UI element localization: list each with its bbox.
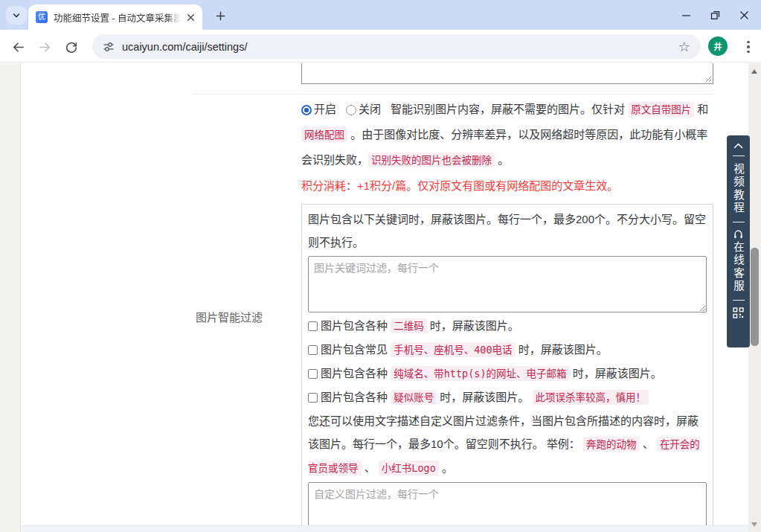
bookmark-star-icon[interactable]: ☆ [678,40,690,54]
checkbox-row-account[interactable]: 图片包含各种 疑似账号 时，屏蔽该图片。 此项误杀率较高，慎用！ [308,385,707,409]
custom-filter-note: 您还可以使用文字描述自定义图片过滤条件，当图片包含所描述的内容时，屏蔽该图片。每… [308,409,707,480]
highlight-web-images: 网络配图 [301,127,347,142]
back-to-top-chevron-up-icon[interactable] [733,143,743,149]
image-filter-settings: 开启关闭智能识别图片内容，屏蔽不需要的图片。仅针对 原文自带图片 和 网络配图 … [301,97,713,532]
resize-handle-icon[interactable] [699,305,706,312]
tab-search-button[interactable] [6,6,27,25]
smart-filter-intro: 开启关闭智能识别图片内容，屏蔽不需要的图片。仅针对 原文自带图片 和 网络配图 … [301,97,713,173]
checkbox-qrcode[interactable] [308,321,318,331]
headset-icon[interactable] [733,229,744,239]
row-label: 图片智能过滤 [196,309,263,324]
filter-options-box: 图片包含以下关键词时，屏蔽该图片。每行一个，最多200个。不分大小写。留空则不执… [301,204,713,532]
reload-icon [65,40,78,54]
site-favicon-icon: 优 [36,11,48,23]
scrollbar[interactable] [748,63,761,532]
resize-handle-icon[interactable] [705,76,712,83]
checkbox-url-email[interactable] [308,369,318,379]
previous-row-textarea[interactable] [301,63,713,84]
site-info-tune-icon[interactable] [103,41,115,53]
new-tab-button[interactable] [210,6,231,25]
page-content: 图片智能过滤 开启关闭智能识别图片内容，屏蔽不需要的图片。仅针对 原文自带图片 … [0,63,761,532]
radio-enable[interactable] [301,105,312,115]
online-service-button[interactable]: 在线客服 [731,241,746,293]
address-bar[interactable]: ucaiyun.com/caiji/settings/ ☆ [92,34,701,59]
keyword-filter-textarea[interactable] [308,256,707,313]
highlight-original-images: 原文自带图片 [628,102,694,117]
checkbox-phone[interactable] [308,345,318,355]
qrcode-icon[interactable] [733,307,744,318]
scroll-down-arrow-icon[interactable] [751,522,757,527]
checkbox-row-url-email[interactable]: 图片包含各种 纯域名、带http(s)的网址、电子邮箱 时，屏蔽该图片。 [308,362,707,385]
reload-button[interactable] [62,37,81,57]
checkbox-account[interactable] [308,393,318,403]
browser-tab[interactable]: 优 功能细节设置 - 自动文章采集器 [28,4,202,30]
video-tutorial-button[interactable]: 视频教程 [731,163,746,215]
tab-title: 功能细节设置 - 自动文章采集器 [54,10,181,25]
chevron-down-icon [11,10,22,21]
browser-toolbar: ucaiyun.com/caiji/settings/ ☆ 井 [0,30,761,63]
radio-disable[interactable] [346,105,356,115]
checkbox-row-qrcode[interactable]: 图片包含各种 二维码 时，屏蔽该图片。 [308,314,707,338]
checkbox-row-phone[interactable]: 图片包含常见 手机号、座机号、400电话 时，屏蔽该图片。 [308,338,707,362]
back-button[interactable] [8,37,28,57]
profile-avatar[interactable]: 井 [708,36,728,56]
scroll-up-arrow-icon[interactable] [751,69,757,74]
warn-high-false-positive: 此项误杀率较高，慎用！ [533,390,649,405]
back-arrow-icon [11,40,25,54]
panel-divider [733,300,745,301]
tab-close-icon[interactable] [185,12,196,23]
browser-menu-button[interactable] [741,37,756,57]
url-text[interactable]: ucaiyun.com/caiji/settings/ [122,41,678,53]
radio-enable-label[interactable]: 开启 [314,103,336,115]
restore-icon[interactable] [709,9,722,22]
page-left-margin [0,63,21,532]
browser-window: 优 功能细节设置 - 自动文章采集器 [0,0,761,532]
forward-button[interactable] [35,37,54,57]
tab-bar: 优 功能细节设置 - 自动文章采集器 [0,0,761,30]
panel-divider [733,222,745,222]
intro-text: 智能识别图片内容，屏蔽不需要的图片。仅针对 [391,103,628,115]
panel-divider [733,156,745,156]
next-row-edge [22,525,748,532]
close-icon[interactable] [738,9,751,22]
scrollbar-thumb[interactable] [751,248,759,346]
minimize-icon[interactable] [680,9,693,22]
row-divider [193,94,713,94]
radio-disable-label[interactable]: 关闭 [359,103,381,115]
forward-arrow-icon [38,40,52,54]
custom-filter-textarea[interactable] [308,482,707,532]
credit-cost-note: 积分消耗：+1积分/篇。仅对原文有图或有网络配图的文章生效。 [301,174,713,197]
highlight-failed-deleted: 识别失败的图片也会被删除 [368,153,495,167]
floating-side-panel: 视频教程 在线客服 [727,135,750,347]
plus-icon [215,10,226,22]
keyword-filter-note: 图片包含以下关键词时，屏蔽该图片。每行一个，最多200个。不分大小写。留空则不执… [308,208,707,254]
window-controls [680,0,757,30]
